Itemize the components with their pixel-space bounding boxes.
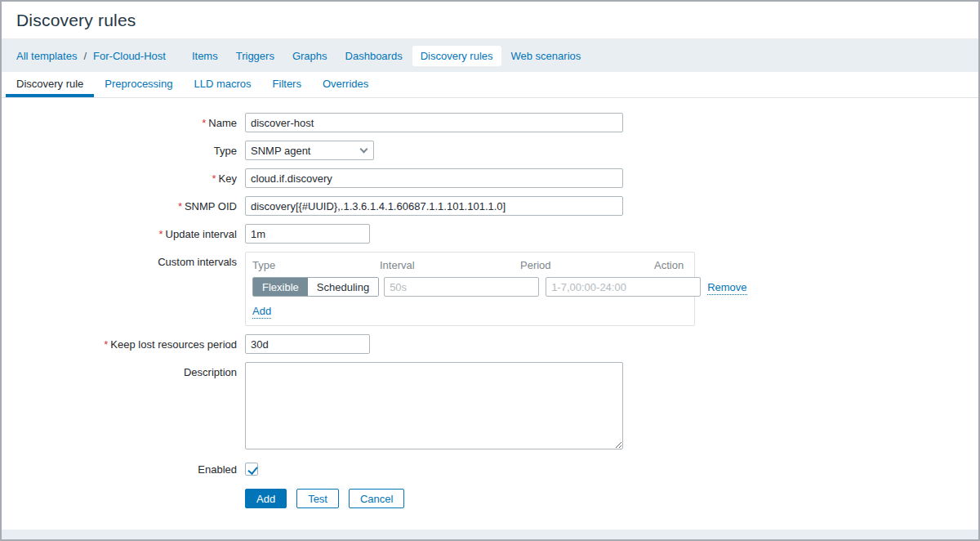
name-label-text: Name [208,117,237,129]
chevron-down-icon [360,145,368,154]
update-interval-input[interactable] [245,224,370,244]
keep-lost-label: *Keep lost resources period [2,338,245,351]
name-input[interactable] [245,113,623,132]
period-input[interactable] [546,277,701,297]
form-tabs: Discovery rule Preprocessing LLD macros … [2,72,978,98]
column-header-type: Type [252,259,375,271]
cancel-button[interactable]: Cancel [349,489,404,508]
field-row-enabled: Enabled [2,463,978,476]
tab-overrides[interactable]: Overrides [312,72,379,97]
breadcrumb-all-templates[interactable]: All templates [16,50,77,62]
keep-lost-input[interactable] [245,334,370,354]
required-marker: * [158,228,163,240]
interval-action-cell: Remove [707,281,746,293]
template-section-menu: Items Triggers Graphs Dashboards Discove… [184,46,590,66]
flexible-toggle-button[interactable]: Flexible [253,278,308,296]
enabled-checkbox[interactable] [245,463,258,476]
nav-item-discovery-rules[interactable]: Discovery rules [412,46,501,66]
column-header-interval: Interval [380,259,514,271]
type-select-value: SNMP agent [251,145,310,157]
tab-preprocessing[interactable]: Preprocessing [94,72,183,97]
type-label: Type [2,145,245,157]
test-button[interactable]: Test [296,489,339,508]
key-input[interactable] [245,168,623,188]
interval-input[interactable] [384,277,539,297]
field-row-custom-intervals: Custom intervals Type Interval Period Ac… [2,252,978,326]
tab-discovery-rule[interactable]: Discovery rule [6,72,94,97]
scheduling-toggle-button[interactable]: Scheduling [308,278,378,296]
add-interval-line: Add [252,305,686,317]
field-row-snmp-oid: *SNMP OID [2,196,978,216]
description-label: Description [2,362,245,378]
snmp-oid-label-text: SNMP OID [185,200,237,212]
nav-item-items[interactable]: Items [184,46,226,66]
enabled-label: Enabled [2,463,245,476]
custom-intervals-header: Type Interval Period Action [252,259,686,271]
breadcrumb-template-name[interactable]: For-Cloud-Host [93,50,166,62]
breadcrumb: All templates / For-Cloud-Host Items Tri… [2,39,978,72]
required-marker: * [178,200,182,212]
nav-item-web-scenarios[interactable]: Web scenarios [503,46,590,66]
custom-intervals-label: Custom intervals [2,252,245,268]
update-interval-label-text: Update interval [166,228,237,240]
tab-filters[interactable]: Filters [262,72,312,97]
discovery-rule-form: *Name Type SNMP agent *Key *SNMP OID *Up… [2,98,978,530]
snmp-oid-label: *SNMP OID [2,200,245,212]
required-marker: * [202,117,206,129]
nav-item-dashboards[interactable]: Dashboards [337,46,411,66]
field-row-description: Description [2,362,978,449]
page-title: Discovery rules [16,11,136,30]
required-marker: * [104,338,108,351]
interval-type-segmented-control: Flexible Scheduling [252,277,379,297]
required-marker: * [212,172,216,185]
custom-intervals-table: Type Interval Period Action Flexible Sch… [245,252,695,326]
interval-type-toggle: Flexible Scheduling [252,277,379,297]
page-header: Discovery rules [2,2,978,39]
page-bottom-margin [2,530,978,539]
remove-interval-link[interactable]: Remove [707,281,746,295]
keep-lost-label-text: Keep lost resources period [110,338,237,351]
breadcrumb-separator: / [83,50,87,62]
custom-interval-row: Flexible Scheduling Remove [252,277,686,297]
update-interval-label: *Update interval [2,228,245,240]
field-row-type: Type SNMP agent [2,141,978,160]
type-select[interactable]: SNMP agent [245,141,374,160]
app-window: Discovery rules All templates / For-Clou… [0,0,980,541]
field-row-update-interval: *Update interval [2,224,978,244]
nav-item-graphs[interactable]: Graphs [284,46,336,66]
add-button[interactable]: Add [245,489,287,508]
add-interval-link[interactable]: Add [252,305,271,319]
nav-item-triggers[interactable]: Triggers [228,46,283,66]
field-row-name: *Name [2,113,978,132]
field-row-key: *Key [2,168,978,188]
tab-lld-macros[interactable]: LLD macros [183,72,261,97]
form-footer-buttons: Add Test Cancel [2,489,978,508]
snmp-oid-input[interactable] [245,196,623,216]
description-textarea[interactable] [245,362,623,449]
key-label: *Key [2,172,245,185]
name-label: *Name [2,117,245,129]
key-label-text: Key [219,172,237,185]
column-header-action: Action [654,259,684,271]
field-row-keep-lost: *Keep lost resources period [2,334,978,354]
column-header-period: Period [520,259,648,271]
